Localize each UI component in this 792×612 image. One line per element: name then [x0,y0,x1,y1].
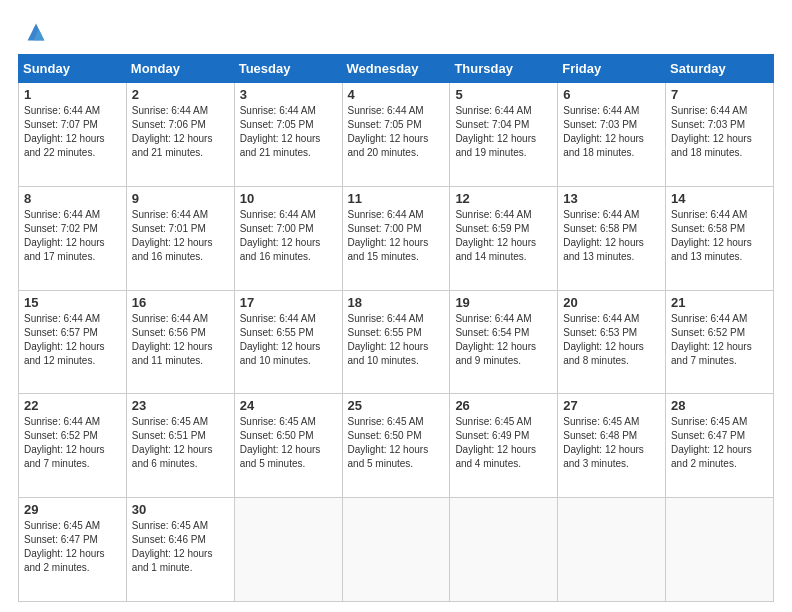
day-number: 27 [563,398,660,413]
day-info: Sunrise: 6:44 AMSunset: 6:58 PMDaylight:… [671,209,752,262]
calendar-cell: 28 Sunrise: 6:45 AMSunset: 6:47 PMDaylig… [666,394,774,498]
day-number: 18 [348,295,445,310]
calendar-week-4: 22 Sunrise: 6:44 AMSunset: 6:52 PMDaylig… [19,394,774,498]
calendar-cell [666,498,774,602]
weekday-header-saturday: Saturday [666,55,774,83]
calendar-cell: 5 Sunrise: 6:44 AMSunset: 7:04 PMDayligh… [450,83,558,187]
day-number: 20 [563,295,660,310]
calendar-cell: 21 Sunrise: 6:44 AMSunset: 6:52 PMDaylig… [666,290,774,394]
calendar-cell: 17 Sunrise: 6:44 AMSunset: 6:55 PMDaylig… [234,290,342,394]
day-number: 3 [240,87,337,102]
page: SundayMondayTuesdayWednesdayThursdayFrid… [0,0,792,612]
calendar-cell: 1 Sunrise: 6:44 AMSunset: 7:07 PMDayligh… [19,83,127,187]
weekday-header-wednesday: Wednesday [342,55,450,83]
day-number: 21 [671,295,768,310]
calendar-week-5: 29 Sunrise: 6:45 AMSunset: 6:47 PMDaylig… [19,498,774,602]
day-info: Sunrise: 6:44 AMSunset: 7:05 PMDaylight:… [348,105,429,158]
day-number: 4 [348,87,445,102]
day-number: 11 [348,191,445,206]
calendar-cell: 25 Sunrise: 6:45 AMSunset: 6:50 PMDaylig… [342,394,450,498]
calendar-cell: 16 Sunrise: 6:44 AMSunset: 6:56 PMDaylig… [126,290,234,394]
calendar-body: 1 Sunrise: 6:44 AMSunset: 7:07 PMDayligh… [19,83,774,602]
day-info: Sunrise: 6:44 AMSunset: 6:55 PMDaylight:… [240,313,321,366]
weekday-header-tuesday: Tuesday [234,55,342,83]
day-number: 22 [24,398,121,413]
calendar-week-2: 8 Sunrise: 6:44 AMSunset: 7:02 PMDayligh… [19,186,774,290]
day-number: 13 [563,191,660,206]
day-info: Sunrise: 6:44 AMSunset: 6:54 PMDaylight:… [455,313,536,366]
day-number: 14 [671,191,768,206]
day-info: Sunrise: 6:44 AMSunset: 7:04 PMDaylight:… [455,105,536,158]
day-number: 30 [132,502,229,517]
day-info: Sunrise: 6:44 AMSunset: 7:01 PMDaylight:… [132,209,213,262]
day-info: Sunrise: 6:45 AMSunset: 6:49 PMDaylight:… [455,416,536,469]
calendar-cell: 4 Sunrise: 6:44 AMSunset: 7:05 PMDayligh… [342,83,450,187]
day-number: 23 [132,398,229,413]
calendar-table: SundayMondayTuesdayWednesdayThursdayFrid… [18,54,774,602]
calendar-cell: 10 Sunrise: 6:44 AMSunset: 7:00 PMDaylig… [234,186,342,290]
calendar-cell: 24 Sunrise: 6:45 AMSunset: 6:50 PMDaylig… [234,394,342,498]
day-number: 19 [455,295,552,310]
calendar-cell: 26 Sunrise: 6:45 AMSunset: 6:49 PMDaylig… [450,394,558,498]
day-number: 28 [671,398,768,413]
day-info: Sunrise: 6:44 AMSunset: 6:52 PMDaylight:… [671,313,752,366]
day-number: 8 [24,191,121,206]
day-number: 9 [132,191,229,206]
calendar-cell: 3 Sunrise: 6:44 AMSunset: 7:05 PMDayligh… [234,83,342,187]
day-info: Sunrise: 6:44 AMSunset: 6:55 PMDaylight:… [348,313,429,366]
day-info: Sunrise: 6:44 AMSunset: 7:06 PMDaylight:… [132,105,213,158]
calendar-cell [234,498,342,602]
calendar-cell: 15 Sunrise: 6:44 AMSunset: 6:57 PMDaylig… [19,290,127,394]
day-info: Sunrise: 6:44 AMSunset: 6:57 PMDaylight:… [24,313,105,366]
day-number: 24 [240,398,337,413]
day-info: Sunrise: 6:44 AMSunset: 7:03 PMDaylight:… [671,105,752,158]
day-info: Sunrise: 6:44 AMSunset: 7:00 PMDaylight:… [348,209,429,262]
day-number: 7 [671,87,768,102]
day-number: 17 [240,295,337,310]
calendar-cell: 2 Sunrise: 6:44 AMSunset: 7:06 PMDayligh… [126,83,234,187]
calendar-cell: 19 Sunrise: 6:44 AMSunset: 6:54 PMDaylig… [450,290,558,394]
calendar-cell: 29 Sunrise: 6:45 AMSunset: 6:47 PMDaylig… [19,498,127,602]
calendar-cell: 18 Sunrise: 6:44 AMSunset: 6:55 PMDaylig… [342,290,450,394]
day-info: Sunrise: 6:44 AMSunset: 7:03 PMDaylight:… [563,105,644,158]
day-info: Sunrise: 6:45 AMSunset: 6:51 PMDaylight:… [132,416,213,469]
calendar-cell: 9 Sunrise: 6:44 AMSunset: 7:01 PMDayligh… [126,186,234,290]
calendar-cell: 30 Sunrise: 6:45 AMSunset: 6:46 PMDaylig… [126,498,234,602]
day-info: Sunrise: 6:44 AMSunset: 6:52 PMDaylight:… [24,416,105,469]
day-info: Sunrise: 6:45 AMSunset: 6:50 PMDaylight:… [240,416,321,469]
day-info: Sunrise: 6:44 AMSunset: 7:05 PMDaylight:… [240,105,321,158]
day-info: Sunrise: 6:45 AMSunset: 6:48 PMDaylight:… [563,416,644,469]
logo [18,18,50,46]
day-info: Sunrise: 6:45 AMSunset: 6:50 PMDaylight:… [348,416,429,469]
calendar-cell: 12 Sunrise: 6:44 AMSunset: 6:59 PMDaylig… [450,186,558,290]
day-info: Sunrise: 6:44 AMSunset: 7:00 PMDaylight:… [240,209,321,262]
day-number: 25 [348,398,445,413]
day-info: Sunrise: 6:44 AMSunset: 6:56 PMDaylight:… [132,313,213,366]
weekday-header-sunday: Sunday [19,55,127,83]
calendar-cell: 20 Sunrise: 6:44 AMSunset: 6:53 PMDaylig… [558,290,666,394]
day-number: 5 [455,87,552,102]
day-info: Sunrise: 6:45 AMSunset: 6:46 PMDaylight:… [132,520,213,573]
calendar-cell [342,498,450,602]
day-info: Sunrise: 6:44 AMSunset: 6:59 PMDaylight:… [455,209,536,262]
weekday-header-monday: Monday [126,55,234,83]
day-number: 16 [132,295,229,310]
day-number: 12 [455,191,552,206]
calendar-cell: 8 Sunrise: 6:44 AMSunset: 7:02 PMDayligh… [19,186,127,290]
day-number: 15 [24,295,121,310]
day-info: Sunrise: 6:45 AMSunset: 6:47 PMDaylight:… [671,416,752,469]
weekday-header-thursday: Thursday [450,55,558,83]
header [18,18,774,46]
weekday-header-friday: Friday [558,55,666,83]
calendar-cell [558,498,666,602]
calendar-cell: 14 Sunrise: 6:44 AMSunset: 6:58 PMDaylig… [666,186,774,290]
day-number: 2 [132,87,229,102]
calendar-week-1: 1 Sunrise: 6:44 AMSunset: 7:07 PMDayligh… [19,83,774,187]
calendar-cell [450,498,558,602]
calendar-cell: 7 Sunrise: 6:44 AMSunset: 7:03 PMDayligh… [666,83,774,187]
day-number: 26 [455,398,552,413]
day-number: 1 [24,87,121,102]
day-info: Sunrise: 6:44 AMSunset: 7:02 PMDaylight:… [24,209,105,262]
day-number: 29 [24,502,121,517]
calendar-week-3: 15 Sunrise: 6:44 AMSunset: 6:57 PMDaylig… [19,290,774,394]
